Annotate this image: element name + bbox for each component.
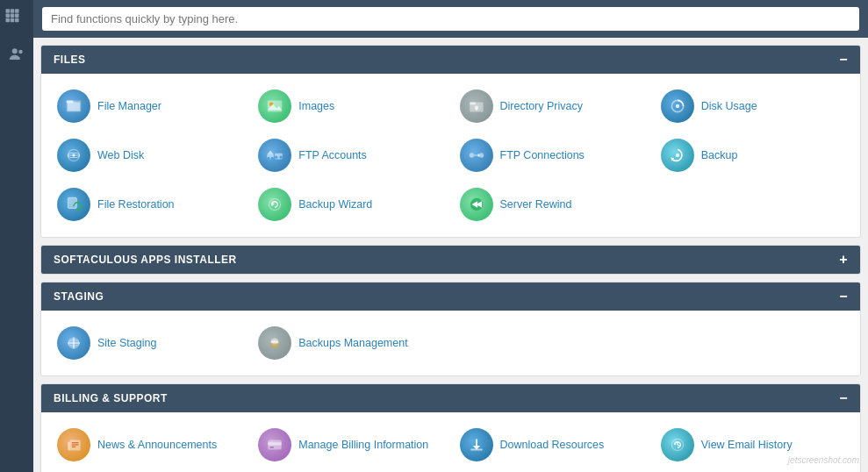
web-disk-icon [57,139,90,172]
images-icon [258,89,291,123]
backup-wizard-item[interactable]: Backup Wizard [251,182,448,226]
disk-usage-icon [661,89,694,123]
sidebar: Home [0,0,33,472]
server-rewind-icon [460,188,493,221]
ftp-connections-item[interactable]: FTP Connections [453,133,650,177]
svg-line-63 [678,445,680,446]
site-staging-label: Site Staging [97,337,156,349]
svg-marker-43 [271,203,275,206]
sidebar-home-icon[interactable]: Home [4,7,29,32]
site-staging-icon [57,326,90,360]
main-content: FILES − File Manager [33,0,868,472]
svg-point-31 [275,156,277,159]
server-rewind-item[interactable]: Server Rewind [453,182,650,226]
staging-section-header[interactable]: STAGING − [41,282,860,311]
file-restoration-label: File Restoration [97,198,175,211]
svg-point-42 [269,198,281,210]
web-disk-item[interactable]: Web Disk [50,133,247,177]
staging-items-grid: Site Staging Backups Management [50,321,851,365]
backup-wizard-label: Backup Wizard [298,198,372,211]
billing-icon [258,428,291,461]
search-bar [33,0,868,38]
staging-section: STAGING − Site Staging [40,282,861,376]
search-input[interactable] [42,7,859,31]
svg-rect-20 [475,108,477,111]
download-resources-item[interactable]: Download Resources [453,423,650,467]
billing-items-grid: News & Announcements Manage Billing Info… [50,423,851,472]
backups-management-item[interactable]: Backups Management [251,321,448,365]
backups-management-icon [258,326,291,360]
svg-rect-56 [269,442,282,445]
backup-item[interactable]: Backup [654,133,851,177]
svg-marker-41 [76,208,80,211]
svg-point-26 [72,154,75,156]
svg-rect-6 [6,18,11,23]
watermark: jetscreenshot.com [788,455,859,465]
svg-point-50 [271,340,279,343]
web-disk-label: Web Disk [97,149,144,161]
svg-point-28 [267,157,269,160]
file-restoration-item[interactable]: File Restoration [50,182,247,226]
ftp-accounts-icon [258,139,291,172]
files-section-label: FILES [54,54,86,66]
softaculous-toggle-icon: + [839,253,848,267]
ftp-connections-icon [460,139,493,172]
backups-management-label: Backups Management [298,337,407,349]
backup-wizard-icon [258,188,291,221]
files-items-grid: File Manager Images [50,84,851,226]
svg-point-22 [676,104,679,108]
svg-point-33 [469,153,474,158]
file-manager-item[interactable]: File Manager [50,84,247,128]
images-item[interactable]: Images [251,84,448,128]
svg-point-32 [280,156,283,159]
svg-rect-4 [11,14,15,18]
news-announcements-item[interactable]: News & Announcements [50,423,247,467]
disk-usage-label: Disk Usage [701,100,757,112]
staging-toggle-icon: − [839,290,848,304]
staging-section-label: STAGING [54,290,104,303]
file-manager-icon [57,89,90,123]
softaculous-section-header[interactable]: SOFTACULOUS APPS INSTALLER + [41,246,860,274]
svg-rect-1 [11,9,15,13]
directory-privacy-item[interactable]: Directory Privacy [453,84,650,128]
download-resources-label: Download Resources [500,439,605,451]
files-section-body: File Manager Images [41,74,860,237]
ftp-accounts-label: FTP Accounts [298,149,367,161]
svg-rect-7 [11,18,15,23]
billing-section: BILLING & SUPPORT − News & Announc [40,383,861,472]
billing-section-label: BILLING & SUPPORT [54,392,168,404]
disk-usage-item[interactable]: Disk Usage [654,84,851,128]
svg-rect-12 [68,103,80,111]
news-announcements-label: News & Announcements [97,439,217,451]
svg-rect-13 [67,100,74,103]
svg-point-10 [18,50,23,54]
billing-toggle-icon: − [839,391,848,405]
billing-section-header[interactable]: BILLING & SUPPORT − [41,384,860,412]
billing-section-body: News & Announcements Manage Billing Info… [41,412,860,472]
files-section: FILES − File Manager [40,45,861,238]
svg-rect-2 [15,9,19,13]
softaculous-section-label: SOFTACULOUS APPS INSTALLER [54,254,237,266]
site-staging-item[interactable]: Site Staging [50,321,247,365]
sidebar-users-icon[interactable] [4,42,29,67]
manage-billing-item[interactable]: Manage Billing Information [251,423,448,467]
files-toggle-icon: − [839,53,848,67]
svg-rect-8 [15,18,19,23]
backup-icon [661,139,694,172]
ftp-connections-label: FTP Connections [500,149,585,161]
svg-point-29 [271,157,274,160]
news-icon [57,428,90,461]
email-history-icon [661,428,694,461]
svg-rect-3 [6,14,11,18]
softaculous-section: SOFTACULOUS APPS INSTALLER + [40,245,861,275]
svg-rect-57 [270,447,274,448]
files-section-header[interactable]: FILES − [41,46,860,74]
server-rewind-label: Server Rewind [500,198,572,211]
download-icon [460,428,493,461]
ftp-accounts-item[interactable]: FTP Accounts [251,133,448,177]
directory-privacy-label: Directory Privacy [500,100,583,112]
staging-section-body: Site Staging Backups Management [41,311,860,375]
svg-point-38 [676,154,679,157]
manage-billing-label: Manage Billing Information [298,439,428,451]
images-label: Images [298,100,334,112]
